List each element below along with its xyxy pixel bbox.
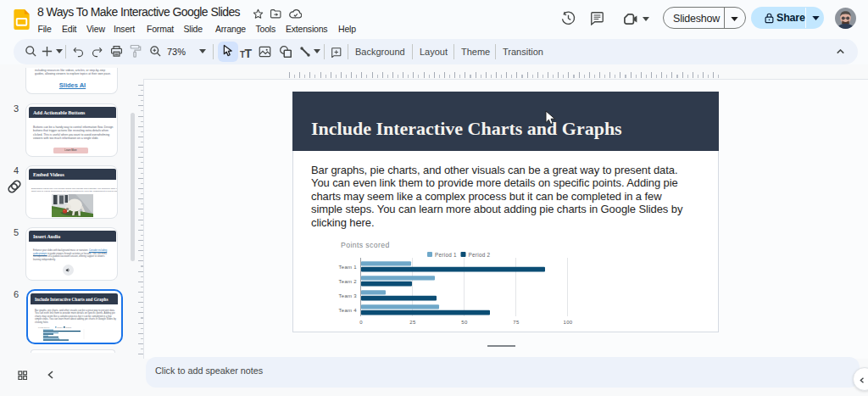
svg-text:Team 3: Team 3 [339, 293, 358, 298]
svg-text:25: 25 [409, 320, 416, 325]
svg-text:75: 75 [513, 320, 520, 325]
svg-text:Points scored: Points scored [341, 241, 390, 249]
svg-text:Points scored: Points scored [38, 326, 50, 328]
svg-text:Team 2: Team 2 [339, 279, 358, 284]
svg-text:50: 50 [461, 320, 468, 325]
svg-text:Period 1: Period 1 [435, 252, 457, 258]
svg-text:100: 100 [564, 320, 573, 325]
svg-text:Team 1: Team 1 [339, 265, 358, 270]
svg-text:Team 4: Team 4 [339, 308, 358, 313]
svg-text:Period 2: Period 2 [469, 252, 491, 258]
svg-text:0: 0 [359, 320, 363, 325]
svg-text:Period 2: Period 2 [65, 326, 71, 328]
svg-text:Period 1: Period 1 [57, 326, 63, 328]
